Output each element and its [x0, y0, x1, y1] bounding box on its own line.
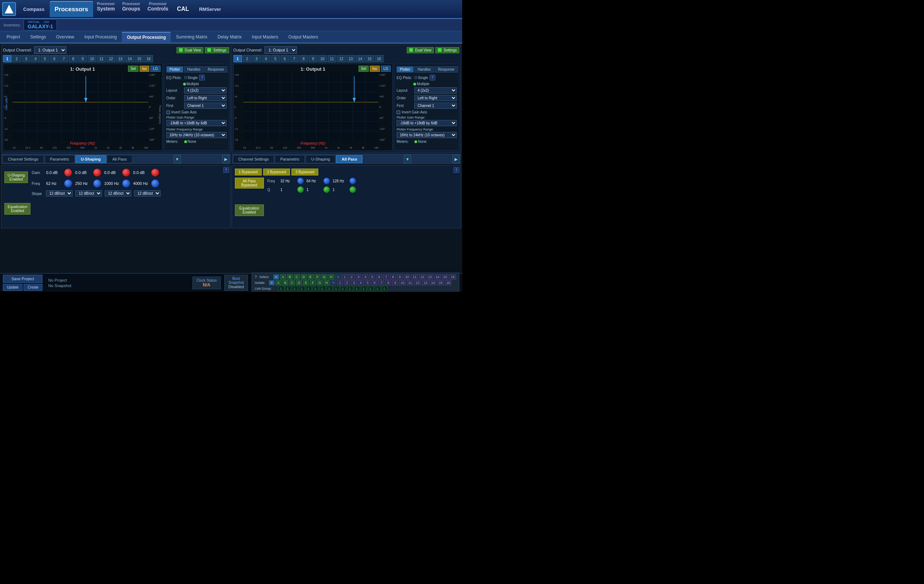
all-pass-help-button[interactable]: ? — [454, 167, 459, 173]
isolate-num-14[interactable]: 14 — [429, 280, 436, 285]
right-ch-num-7[interactable]: 7 — [290, 55, 299, 62]
plotter-gain-range-select[interactable]: -18dB to +18dB by 6dB — [167, 120, 226, 126]
select-num-1[interactable]: 1 — [342, 274, 348, 279]
band2-ap-freq-knob[interactable] — [323, 178, 330, 184]
ch-num-5[interactable]: 5 — [41, 55, 49, 62]
ch-num-6[interactable]: 6 — [50, 55, 59, 62]
right-ch-num-1[interactable]: 1 — [233, 55, 242, 62]
select-num-gt-button[interactable]: > — [335, 274, 341, 279]
right-invert-gain-axis-checkbox[interactable]: Invert Gain Axis — [396, 110, 457, 114]
band1-ap-q-knob[interactable] — [297, 186, 304, 193]
right-ch-num-8[interactable]: 8 — [299, 55, 308, 62]
link-l-6[interactable]: L — [313, 286, 318, 291]
right-ch-num-15[interactable]: 15 — [365, 55, 374, 62]
select-num-9[interactable]: 9 — [397, 274, 403, 279]
u-shaping-enabled-label[interactable]: U-ShapingEnabled — [4, 172, 28, 183]
ch-num-10[interactable]: 10 — [88, 55, 96, 62]
first-select[interactable]: Channel 1 — [184, 102, 226, 109]
band1-freq-knob[interactable] — [64, 180, 72, 187]
band2-freq-knob[interactable] — [93, 180, 101, 187]
nav-tab-rmserver[interactable]: RMServer — [194, 1, 226, 17]
left-tab-arrow-right[interactable]: ▶ — [222, 155, 229, 163]
select-num-15[interactable]: 15 — [442, 274, 449, 279]
left-iso-button[interactable]: Iso — [140, 66, 149, 72]
isolate-num-10[interactable]: 10 — [399, 280, 406, 285]
select-num-3[interactable]: 3 — [356, 274, 361, 279]
plotter-help-button[interactable]: ? — [199, 75, 205, 81]
link-l-14[interactable]: L — [368, 286, 374, 291]
ch-num-2[interactable]: 2 — [12, 55, 21, 62]
nav-tab-compass[interactable]: Compass — [18, 1, 50, 17]
isolate-num-11[interactable]: 11 — [407, 280, 413, 285]
select-num-11[interactable]: 11 — [411, 274, 418, 279]
right-tab-u-shaping[interactable]: U-Shaping — [305, 155, 335, 163]
left-tab-parametric[interactable]: Parametric — [45, 155, 75, 163]
right-single-radio[interactable]: Single — [414, 76, 428, 80]
ch-num-15[interactable]: 15 — [135, 55, 144, 62]
right-plotter-freq-range-select[interactable]: 16Hz to 24kHz (10 octaves) — [396, 132, 457, 138]
right-plotter-tab-response[interactable]: Response — [435, 66, 458, 73]
right-plotter-tab-handles[interactable]: Handles — [414, 66, 434, 73]
right-layout-select[interactable]: 4 (2x2) — [414, 87, 457, 94]
select-num-7[interactable]: 7 — [383, 274, 389, 279]
link-l-3[interactable]: L — [292, 286, 298, 291]
select-num-5[interactable]: 5 — [370, 274, 375, 279]
left-tab-channel-settings[interactable]: Channel Settings — [3, 155, 44, 163]
ch-num-7[interactable]: 7 — [59, 55, 68, 62]
right-meters-none-radio[interactable]: None — [414, 140, 427, 144]
isolate-num-2[interactable]: 2 — [344, 280, 350, 285]
nav-tab-controls[interactable]: Processor Controls — [144, 1, 172, 17]
select-num-12[interactable]: 12 — [419, 274, 426, 279]
select-num-8[interactable]: 8 — [390, 274, 396, 279]
right-ch-num-9[interactable]: 9 — [309, 55, 318, 62]
right-ch-num-13[interactable]: 13 — [346, 55, 355, 62]
isolate-num-13[interactable]: 13 — [422, 280, 429, 285]
band2-gain-knob[interactable] — [93, 168, 101, 177]
isolate-num-16[interactable]: 16 — [445, 280, 451, 285]
select-g-button[interactable]: G — [322, 274, 327, 279]
right-first-select[interactable]: Channel 1 — [414, 102, 457, 109]
ch-num-13[interactable]: 13 — [116, 55, 125, 62]
select-num-4[interactable]: 4 — [363, 274, 368, 279]
band1-ap-freq-knob[interactable] — [297, 178, 304, 184]
isolate-num-8[interactable]: 8 — [385, 280, 391, 285]
band4-freq-knob[interactable] — [151, 180, 159, 187]
right-ch-num-5[interactable]: 5 — [271, 55, 280, 62]
band3-ap-q-knob[interactable] — [350, 186, 356, 193]
plotter-tab-handles[interactable]: Handles — [184, 66, 204, 73]
device-name-box[interactable]: VIRTUAL S16 GALAXY-1 — [23, 19, 57, 30]
right-tab-all-pass[interactable]: All Pass — [336, 155, 363, 163]
isolate-num-15[interactable]: 15 — [437, 280, 444, 285]
right-plotter-gain-range-select[interactable]: -18dB to +18dB by 6dB — [396, 120, 457, 126]
isolate-num-7[interactable]: 7 — [378, 280, 384, 285]
u-shaping-help-button[interactable]: ? — [223, 167, 229, 173]
layout-select[interactable]: 4 (2x2) — [184, 87, 226, 94]
nav-tab-system[interactable]: Processor System — [93, 1, 119, 17]
isolate-h-button[interactable]: H — [324, 280, 330, 285]
create-button[interactable]: Create — [23, 284, 43, 291]
band1-gain-knob[interactable] — [64, 168, 72, 177]
save-project-button[interactable]: Save Project — [3, 275, 43, 283]
select-e-button[interactable]: E — [308, 274, 314, 279]
left-equalization-enabled-label[interactable]: EqualizationEnabled — [4, 203, 30, 214]
link-l-12[interactable]: L — [354, 286, 360, 291]
isolate-num-4[interactable]: 4 — [358, 280, 364, 285]
select-f-button[interactable]: F — [315, 274, 320, 279]
bypass-btn-1[interactable]: 1 Bypassed — [235, 168, 262, 175]
right-ch-num-3[interactable]: 3 — [252, 55, 261, 62]
link-l-2[interactable]: L — [285, 286, 291, 291]
isolate-d-button[interactable]: D — [296, 280, 302, 285]
ch-num-14[interactable]: 14 — [125, 55, 134, 62]
link-l-7[interactable]: L — [320, 286, 325, 291]
ch-num-3[interactable]: 3 — [22, 55, 30, 62]
left-sel-button[interactable]: Sel — [128, 66, 138, 72]
right-ch-num-2[interactable]: 2 — [243, 55, 252, 62]
isolate-b-button[interactable]: B — [282, 280, 288, 285]
left-dual-view-button[interactable]: Dual View — [177, 47, 204, 53]
isolate-num-5[interactable]: 5 — [365, 280, 370, 285]
invert-gain-axis-checkbox[interactable]: Invert Gain Axis — [167, 110, 226, 114]
right-multiple-radio[interactable]: Multiple — [413, 82, 429, 86]
ch-num-11[interactable]: 11 — [97, 55, 106, 62]
right-ch-num-16[interactable]: 16 — [375, 55, 383, 62]
right-ch-num-11[interactable]: 11 — [328, 55, 337, 62]
